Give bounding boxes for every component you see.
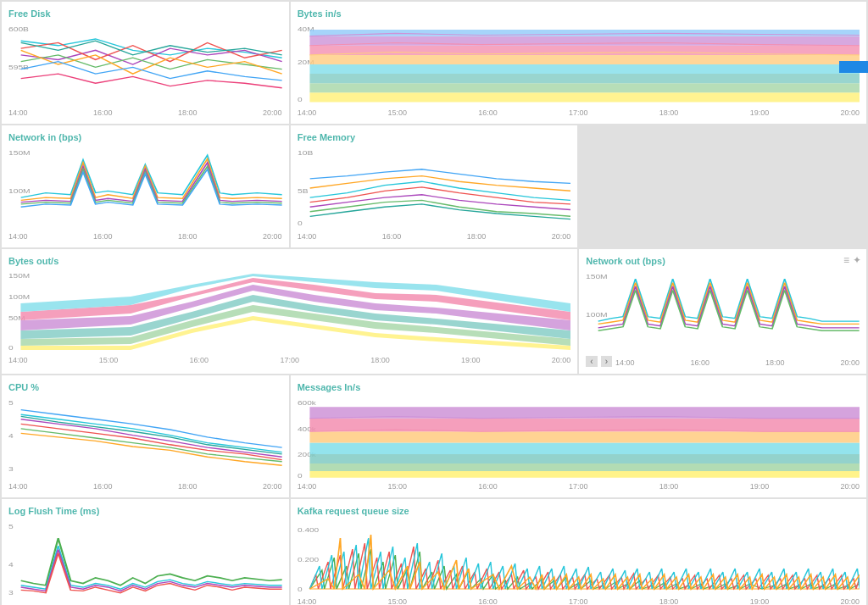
- x-labels-bytes-out: 14:0015:0016:0017:0018:0019:0020:00: [8, 356, 570, 364]
- svg-text:150M: 150M: [8, 149, 31, 157]
- panel-icons-network-out: ≡ ✦: [843, 254, 861, 266]
- x-labels-network-out: 14:0016:0018:0020:00: [615, 358, 860, 367]
- panel-cpu: CPU % 5 4 3 14:0016:0018:0020:00: [2, 375, 289, 497]
- network-out-bottom: ‹ › 14:0016:0018:0020:00: [586, 356, 860, 367]
- chart-bytes-in: 40M 20M 0: [298, 22, 860, 107]
- svg-text:5: 5: [8, 523, 14, 530]
- svg-text:0: 0: [298, 472, 303, 480]
- panel-bytes-out: Bytes out/s 150M 100M 50M 0 14:0015:0016…: [2, 249, 577, 374]
- svg-marker-9: [309, 55, 860, 64]
- x-labels-network-in: 14:0016:0018:0020:00: [8, 232, 282, 241]
- chart-network-in: 150M 100M: [8, 146, 282, 230]
- svg-marker-42: [309, 431, 860, 442]
- x-labels-free-memory: 14:0016:0018:0020:00: [298, 232, 571, 241]
- svg-marker-7: [309, 74, 860, 83]
- svg-text:0.200: 0.200: [298, 557, 319, 563]
- svg-text:0: 0: [8, 345, 14, 352]
- svg-text:150M: 150M: [8, 273, 30, 280]
- svg-text:100M: 100M: [8, 187, 31, 195]
- svg-text:0: 0: [298, 97, 303, 104]
- svg-text:100M: 100M: [586, 311, 608, 319]
- svg-text:595B: 595B: [8, 64, 29, 71]
- panel-network-in: Network in (bps) 150M 100M 14:0016:0018:…: [2, 125, 289, 247]
- svg-text:0: 0: [298, 586, 303, 593]
- svg-text:600B: 600B: [8, 25, 29, 33]
- chart-network-out: 150M 100M: [586, 269, 860, 354]
- svg-marker-40: [309, 454, 860, 463]
- panel-free-memory: Free Memory 10B 5B 0 14:0016:0018:0020:0…: [291, 125, 578, 247]
- svg-marker-11: [309, 36, 860, 46]
- panel-network-out: Network out (bps) ≡ ✦ 150M 100M ‹ › 14:0…: [579, 249, 866, 374]
- settings-icon[interactable]: ✦: [853, 254, 861, 266]
- svg-text:100M: 100M: [8, 294, 30, 301]
- svg-text:5B: 5B: [298, 187, 309, 195]
- svg-text:0: 0: [298, 220, 303, 228]
- panel-title-messages-in: Messages In/s: [298, 382, 860, 392]
- chart-cpu: 5 4 3: [8, 396, 282, 480]
- panel-title-cpu: CPU %: [8, 382, 282, 392]
- svg-marker-38: [309, 471, 860, 478]
- chart-free-disk: 600B 595B: [8, 22, 282, 107]
- panel-free-disk: Free Disk 600B 595B 14:0016:0018:0020:00: [2, 2, 289, 124]
- chart-messages-in: 600k 400k 200k 0: [298, 396, 860, 480]
- svg-marker-39: [309, 463, 860, 471]
- svg-marker-10: [309, 46, 860, 55]
- x-labels-messages-in: 14:0015:0016:0017:0018:0019:0020:00: [298, 482, 860, 491]
- panel-kafka-queue: Kafka request queue size 0.400 0.200 0 1…: [291, 499, 866, 605]
- next-button[interactable]: ›: [601, 356, 612, 367]
- chart-free-memory: 10B 5B 0: [298, 146, 571, 230]
- svg-marker-6: [309, 83, 860, 92]
- panel-title-log-flush: Log Flush Time (ms): [8, 506, 282, 516]
- panel-title-kafka-queue: Kafka request queue size: [298, 506, 860, 516]
- chart-kafka-queue: 0.400 0.200 0: [298, 519, 860, 596]
- chart-log-flush: 5 4 3: [8, 519, 282, 604]
- panel-log-flush: Log Flush Time (ms) 5 4 3 14:0016:0018:0…: [2, 499, 289, 605]
- panel-title-free-memory: Free Memory: [298, 132, 571, 142]
- svg-marker-13: [839, 56, 868, 78]
- panel-messages-in: Messages In/s 600k 400k 200k 0 14:0015:0…: [291, 375, 866, 497]
- svg-text:0.400: 0.400: [298, 527, 319, 534]
- panel-bytes-in: Bytes in/s 40M 20M 0 14:: [291, 2, 866, 124]
- svg-text:4: 4: [8, 432, 14, 440]
- x-labels-free-disk: 14:0016:0018:0020:00: [8, 108, 282, 117]
- panel-title-network-in: Network in (bps): [8, 132, 282, 142]
- svg-text:5: 5: [8, 399, 14, 407]
- svg-marker-8: [309, 64, 860, 74]
- svg-text:3: 3: [8, 589, 14, 597]
- panel-title-bytes-in: Bytes in/s: [298, 8, 860, 19]
- svg-marker-12: [309, 30, 860, 36]
- x-labels-cpu: 14:0016:0018:0020:00: [8, 482, 282, 491]
- menu-icon[interactable]: ≡: [843, 254, 849, 266]
- panel-title-network-out: Network out (bps): [586, 256, 860, 266]
- x-labels-kafka-queue: 14:0015:0016:0017:0018:0019:0020:00: [298, 597, 860, 605]
- svg-text:10B: 10B: [298, 149, 313, 157]
- svg-text:150M: 150M: [586, 273, 608, 280]
- panel-title-bytes-out: Bytes out/s: [8, 256, 570, 266]
- chart-bytes-out: 150M 100M 50M 0: [8, 269, 570, 354]
- dashboard: Free Disk 600B 595B 14:0016:0018:0020:00…: [0, 0, 868, 605]
- svg-marker-5: [309, 92, 860, 102]
- svg-text:600k: 600k: [298, 399, 316, 407]
- x-labels-bytes-in: 14:0015:0016:0017:0018:0019:0020:00: [298, 108, 860, 117]
- blue-arrow: [839, 54, 868, 81]
- panel-title-free-disk: Free Disk: [8, 8, 282, 19]
- svg-text:3: 3: [8, 465, 14, 473]
- svg-marker-41: [309, 443, 860, 454]
- prev-button[interactable]: ‹: [586, 356, 597, 367]
- svg-text:4: 4: [8, 561, 14, 569]
